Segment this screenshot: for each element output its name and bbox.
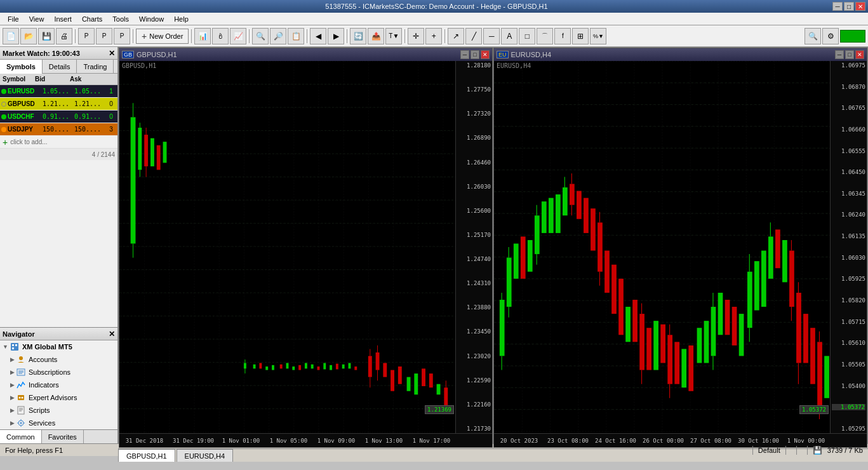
tb-rect-btn[interactable]: □	[519, 28, 535, 44]
mw-add-row[interactable]: + click to add...	[0, 136, 117, 149]
svg-rect-135	[618, 279, 624, 335]
tb-refresh-btn[interactable]: 🔄	[350, 28, 366, 44]
eurusd-close-btn[interactable]: ✕	[855, 50, 864, 59]
nav-item-scripts[interactable]: ▶ Scripts	[0, 404, 117, 417]
gbpusd-maximize-btn[interactable]: □	[471, 50, 479, 59]
tb-profile3-btn[interactable]: P	[114, 28, 130, 44]
tb-scroll-right-btn[interactable]: ▶	[328, 28, 344, 44]
tb-template-btn[interactable]: T▼	[385, 28, 402, 44]
tab-favorites[interactable]: Favorites	[42, 430, 84, 443]
menu-tools[interactable]: Tools	[107, 14, 134, 24]
menu-insert[interactable]: Insert	[49, 14, 77, 24]
svg-rect-0	[11, 343, 18, 351]
nav-item-accounts[interactable]: ▶ Accounts	[0, 353, 117, 366]
tb-bar-chart-btn[interactable]: 📊	[194, 28, 211, 44]
svg-rect-174	[803, 314, 808, 363]
tb-period-btn[interactable]: %▼	[590, 28, 606, 44]
mw-add-label: click to add...	[10, 138, 47, 145]
mw-row-gbpusd[interactable]: GBPUSD 1.21... 1.21... 0	[0, 98, 117, 111]
minimize-button[interactable]: ─	[832, 2, 843, 11]
tb-crosshair-btn[interactable]: ✛	[408, 28, 424, 44]
svg-rect-149	[688, 346, 693, 391]
tb-print-btn[interactable]: 🖨	[56, 28, 72, 44]
subscriptions-icon	[16, 367, 26, 377]
tb-line-tool-btn[interactable]: ╱	[465, 28, 482, 44]
tb-fib-btn[interactable]: ⌒	[537, 28, 553, 44]
svg-rect-80	[398, 366, 402, 384]
tb-green-btn[interactable]	[840, 30, 865, 43]
menu-file[interactable]: File	[3, 14, 24, 24]
gbpusd-dot	[1, 102, 6, 107]
new-order-button[interactable]: + New Order	[136, 29, 189, 44]
charts-area: GB GBPUSD,H1 ─ □ ✕	[118, 47, 868, 443]
mw-tab-symbols[interactable]: Symbols	[0, 60, 43, 74]
tb-new-chart-btn[interactable]: 📄	[3, 28, 19, 44]
eurusd-chart-window: EU EURUSD,H4 ─ □ ✕	[493, 48, 867, 448]
menu-help[interactable]: Help	[169, 14, 194, 24]
menu-charts[interactable]: Charts	[77, 14, 107, 24]
tb-zoom-in-btn[interactable]: 🔍	[252, 28, 269, 44]
nav-item-services[interactable]: ▶ Services	[0, 417, 117, 429]
close-button[interactable]: ✕	[855, 2, 865, 11]
tb-text-btn[interactable]: A	[501, 28, 517, 44]
eurusd-chart-canvas[interactable]: EURUSD,H4 1.05372	[494, 61, 830, 433]
maximize-button[interactable]: □	[844, 2, 854, 11]
tab-common[interactable]: Common	[0, 430, 42, 443]
usdjpy-dot	[1, 127, 6, 132]
svg-rect-24	[119, 61, 455, 433]
tb-arrow-btn[interactable]: ↗	[448, 28, 464, 44]
eurusd-minimize-btn[interactable]: ─	[835, 50, 844, 59]
mw-tab-details[interactable]: Details	[43, 60, 77, 74]
nav-item-subscriptions[interactable]: ▶ Subscriptions	[0, 366, 117, 379]
svg-rect-75	[376, 352, 380, 370]
eurusd-x6: 30 Oct 16:00	[735, 438, 782, 444]
eurusd-dot	[1, 89, 6, 94]
tb-profile-btn[interactable]: P	[78, 28, 95, 44]
tb-profile2-btn[interactable]: P	[96, 28, 112, 44]
mw-row-eurusd[interactable]: EURUSD 1.05... 1.05... 1	[0, 85, 117, 98]
gbpusd-x7: 1 Nov 17:00	[408, 438, 455, 444]
market-watch-close-icon[interactable]: ✕	[109, 49, 115, 58]
tb-line-btn[interactable]: 📈	[230, 28, 246, 44]
eurusd-maximize-btn[interactable]: □	[845, 50, 854, 59]
tb-save-btn[interactable]: 💾	[38, 28, 55, 44]
gbpusd-x4: 1 Nov 05:00	[265, 438, 312, 444]
tb-hline-btn[interactable]: ─	[483, 28, 500, 44]
tb-plus-btn[interactable]: +	[425, 28, 442, 44]
tb-search-btn[interactable]: 🔍	[805, 28, 821, 44]
svg-rect-152	[711, 307, 716, 356]
svg-rect-120	[549, 198, 554, 233]
gbpusd-close-btn[interactable]: ✕	[481, 50, 490, 59]
menu-window[interactable]: Window	[134, 14, 169, 24]
tb-properties-btn[interactable]: 📋	[288, 28, 304, 44]
tb-candle-btn[interactable]: 🕯	[212, 28, 229, 44]
market-watch-title: Market Watch: 19:00:43	[3, 50, 80, 57]
eurusd-chart-svg	[494, 61, 830, 433]
tb-scroll-left-btn[interactable]: ◀	[310, 28, 326, 44]
mw-row-usdjpy[interactable]: USDJPY 150.... 150.... 3	[0, 123, 117, 136]
chart-tab-gbpusd[interactable]: GBPUSD,H1	[118, 449, 175, 462]
gbpusd-chart-titlebar: GB GBPUSD,H1 ─ □ ✕	[119, 48, 492, 61]
mw-col-ask: Ask	[69, 76, 103, 83]
tb-open-btn[interactable]: 📂	[20, 28, 37, 44]
svg-rect-79	[391, 370, 394, 391]
svg-rect-55	[253, 365, 256, 369]
tb-zoom-out-btn[interactable]: 🔎	[270, 28, 286, 44]
nav-item-indicators[interactable]: ▶ Indicators	[0, 379, 117, 391]
tb-grid-btn[interactable]: ⊞	[572, 28, 589, 44]
chart-tab-eurusd[interactable]: EURUSD,H4	[177, 449, 234, 462]
svg-rect-50	[157, 145, 161, 170]
tb-export-btn[interactable]: 📤	[368, 28, 384, 44]
mw-row-usdchf[interactable]: USDCHF 0.91... 0.91... 0	[0, 111, 117, 123]
menu-view[interactable]: View	[24, 14, 50, 24]
gbpusd-minimize-btn[interactable]: ─	[460, 50, 469, 59]
chart-tabs: GBPUSD,H1 EURUSD,H4	[118, 448, 868, 462]
navigator-close-icon[interactable]: ✕	[109, 330, 115, 339]
gbpusd-chart-canvas[interactable]: GBPUSD,H1 1.21369	[119, 61, 455, 433]
tb-settings-btn[interactable]: ⚙	[822, 28, 839, 44]
mw-tab-trading[interactable]: Trading	[77, 60, 114, 74]
nav-item-xm-global[interactable]: ▼ XM Global MT5	[0, 340, 117, 353]
nav-item-expert-advisors[interactable]: ▶ Expert Advisors	[0, 391, 117, 404]
tb-indicator-btn[interactable]: f	[554, 28, 571, 44]
charts-row: GB GBPUSD,H1 ─ □ ✕	[118, 47, 868, 448]
